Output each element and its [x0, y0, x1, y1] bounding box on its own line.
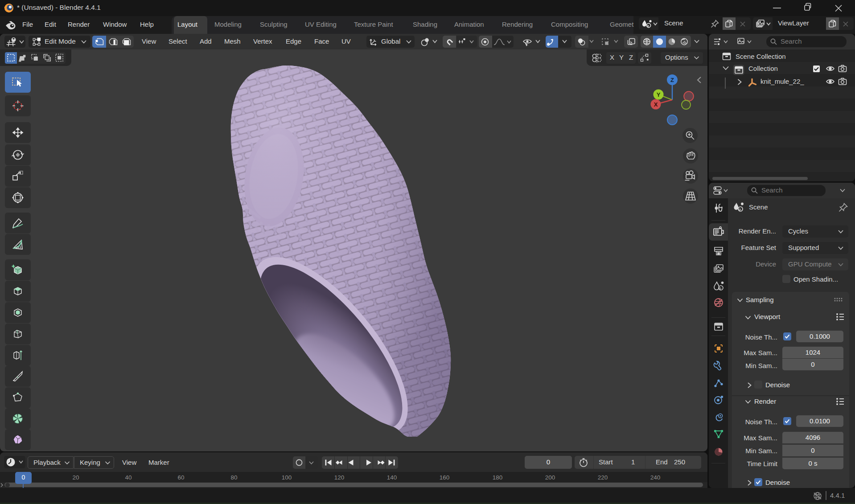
- svg-text:X: X: [654, 101, 658, 108]
- svg-text:Y: Y: [657, 91, 661, 98]
- svg-text:Z: Z: [670, 77, 674, 83]
